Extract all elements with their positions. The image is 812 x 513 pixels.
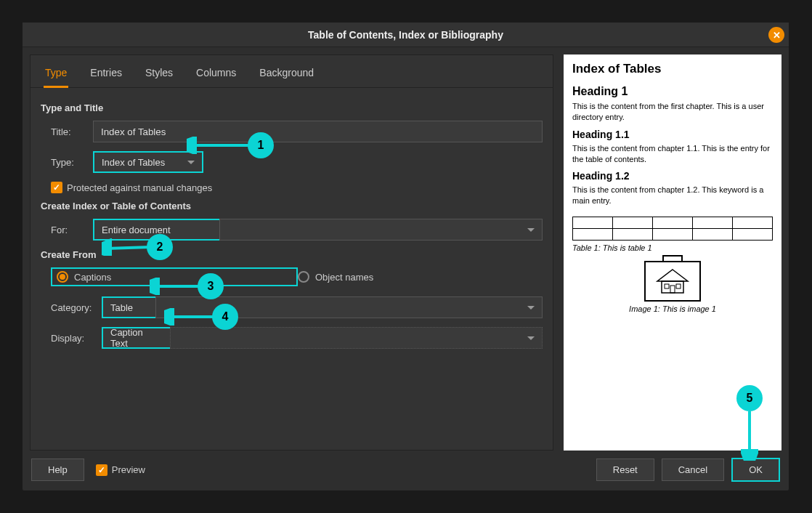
tab-type[interactable]: Type [44, 62, 68, 88]
object-names-radio[interactable] [298, 271, 309, 283]
display-select-rest[interactable] [170, 327, 543, 349]
preview-h11: Heading 1.1 [572, 129, 773, 140]
preview-p11: This is the content from chapter 1.1. Th… [572, 143, 773, 165]
dialog: Table of Contents, Index or Bibliography… [22, 22, 789, 491]
titlebar: Table of Contents, Index or Bibliography… [23, 23, 789, 47]
table-caption: Table 1: This is table 1 [572, 243, 773, 252]
callout-1: 1 [248, 132, 274, 158]
callout-3: 3 [198, 273, 224, 299]
title-input[interactable] [93, 121, 543, 142]
tab-bar: Type Entries Styles Columns Background [31, 55, 553, 88]
preview-h12: Heading 1.2 [572, 170, 773, 182]
svg-rect-4 [670, 286, 675, 293]
for-select-rest[interactable] [219, 219, 543, 241]
preview-table [572, 217, 773, 241]
chevron-down-icon [187, 161, 195, 164]
preview-image-frame [644, 261, 701, 302]
preview-checkbox[interactable]: ✓ [96, 464, 107, 476]
for-label: For: [41, 225, 93, 235]
for-row: For: Entire document [41, 219, 543, 241]
type-row: Type: Index of Tables [41, 151, 543, 173]
protected-label: Protected against manual changes [67, 182, 212, 193]
type-label: Type: [41, 157, 93, 168]
form-body: Type and Title Title: Type: Index of Tab… [31, 88, 553, 366]
category-row: Category: Table [41, 296, 543, 318]
tab-background[interactable]: Background [258, 62, 315, 87]
callout-5: 5 [736, 385, 763, 411]
type-select[interactable]: Index of Tables [93, 151, 203, 173]
chevron-down-icon [527, 336, 535, 340]
object-names-label: Object names [315, 272, 373, 283]
preview-title: Index of Tables [572, 62, 773, 76]
tab-styles[interactable]: Styles [144, 62, 174, 87]
image-caption: Image 1: This is image 1 [572, 304, 773, 313]
callout-4: 4 [212, 304, 238, 330]
preview-label: Preview [112, 464, 145, 475]
ok-button[interactable]: OK [731, 458, 780, 482]
type-value: Index of Tables [102, 157, 165, 168]
protected-checkbox[interactable]: ✓ [51, 182, 62, 193]
category-select-highlighted[interactable]: Table [102, 296, 157, 318]
protected-row[interactable]: ✓ Protected against manual changes [41, 182, 543, 193]
chevron-down-icon [527, 306, 535, 310]
svg-rect-3 [676, 284, 681, 288]
preview-checkbox-row[interactable]: ✓ Preview [92, 464, 145, 476]
reset-button[interactable]: Reset [596, 459, 654, 481]
svg-rect-2 [665, 284, 669, 288]
dialog-title: Table of Contents, Index or Bibliography [308, 29, 503, 41]
footer: Help ✓ Preview Reset Cancel OK [23, 451, 789, 490]
section-create-index: Create Index or Table of Contents [41, 201, 543, 211]
close-button[interactable]: ✕ [768, 27, 784, 43]
captions-label: Captions [74, 272, 111, 283]
tab-columns[interactable]: Columns [195, 62, 237, 87]
title-label: Title: [41, 126, 93, 137]
display-label: Display: [41, 333, 102, 344]
preview-p12: This is the content from chapter 1.2. Th… [572, 185, 773, 206]
captions-radio[interactable] [57, 271, 68, 283]
section-type-title: Type and Title [41, 102, 543, 113]
house-icon [654, 268, 691, 294]
tab-entries[interactable]: Entries [89, 62, 123, 87]
category-label: Category: [41, 302, 102, 313]
callout-2: 2 [147, 234, 173, 260]
preview-h1: Heading 1 [572, 85, 773, 98]
object-names-radio-row[interactable]: Object names [298, 267, 373, 286]
category-value: Table [110, 302, 133, 313]
chevron-down-icon [527, 228, 535, 232]
help-button[interactable]: Help [31, 459, 84, 481]
display-select-highlighted[interactable]: Caption Text [102, 327, 171, 349]
cancel-button[interactable]: Cancel [662, 459, 724, 481]
svg-line-6 [106, 247, 151, 249]
display-row: Display: Caption Text [41, 327, 543, 349]
radio-group: Captions Object names [41, 267, 543, 286]
svg-marker-0 [657, 270, 688, 281]
preview-p1: This is the content from the first chapt… [572, 101, 773, 123]
display-value: Caption Text [110, 327, 163, 349]
title-row: Title: [41, 121, 543, 142]
